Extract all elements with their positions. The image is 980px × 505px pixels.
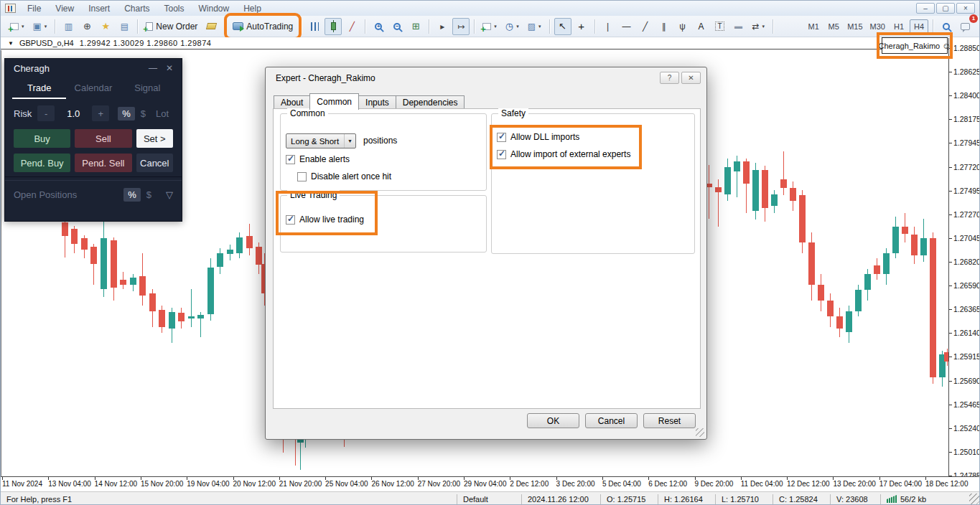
horizontal-line-button[interactable]: — xyxy=(618,18,635,35)
timeframe-h4-button[interactable]: H4 xyxy=(910,19,928,34)
status-bar-time: 2024.11.26 12:00 xyxy=(521,494,600,504)
chart-tab[interactable]: ▼ GBPUSD_o,H4 1.29942 1.30029 1.29860 1.… xyxy=(1,37,948,49)
tab-signal[interactable]: Signal xyxy=(121,77,174,99)
cancel-button[interactable]: Cancel xyxy=(136,154,174,172)
vertical-line-button[interactable]: | xyxy=(599,18,617,35)
text-label-button[interactable]: T xyxy=(711,18,729,35)
dropdown-caret-icon[interactable]: ▾ xyxy=(516,24,519,29)
resize-grip[interactable] xyxy=(969,494,979,505)
checkbox-enable-alerts[interactable]: Enable alerts xyxy=(286,154,350,164)
arrows-button[interactable]: ⇄▾ xyxy=(749,18,769,35)
data-window-button[interactable]: ▤ xyxy=(116,18,133,35)
fibonacci-button[interactable]: ψ xyxy=(674,18,691,35)
autotrading-label: AutoTrading xyxy=(246,22,293,32)
checkbox-disable-alert-once-hit[interactable]: Disable alert once hit xyxy=(297,171,391,181)
menu-insert[interactable]: Insert xyxy=(81,2,117,15)
menu-help[interactable]: Help xyxy=(236,2,269,15)
minimize-icon[interactable]: – xyxy=(916,3,935,14)
search-button[interactable] xyxy=(938,18,955,35)
tab-about[interactable]: About xyxy=(274,95,310,109)
shapes-button[interactable]: ▬ xyxy=(730,18,747,35)
dropdown-caret-icon[interactable]: ▾ xyxy=(762,24,765,29)
pending-sell-button[interactable]: Pend. Sell xyxy=(75,154,131,172)
menu-window[interactable]: Window xyxy=(192,2,237,15)
tab-inputs[interactable]: Inputs xyxy=(358,95,396,109)
menu-file[interactable]: File xyxy=(20,2,48,15)
trendline-button[interactable]: ╱ xyxy=(637,18,654,35)
buy-button[interactable]: Buy xyxy=(14,129,70,148)
dropdown-caret-icon[interactable]: ▾ xyxy=(538,24,541,29)
timeframe-m15-button[interactable]: M15 xyxy=(844,19,865,34)
set-button[interactable]: Set > xyxy=(136,129,174,148)
line-chart-button[interactable]: ╱ xyxy=(343,18,360,35)
zoom-out-button[interactable]: − xyxy=(388,18,406,35)
bar-chart-button[interactable] xyxy=(306,18,323,35)
crosshair-button[interactable]: + xyxy=(573,18,590,35)
menu-tools[interactable]: Tools xyxy=(157,2,192,15)
checkbox-allow-live-trading[interactable]: Allow live trading xyxy=(286,214,364,225)
dropdown-caret-icon[interactable]: ▾ xyxy=(22,24,24,29)
menu-view[interactable]: View xyxy=(48,2,81,15)
help-icon[interactable]: ? xyxy=(660,72,679,84)
timeframe-m30-button[interactable]: M30 xyxy=(867,19,888,34)
dropdown-caret-icon[interactable]: ▾ xyxy=(45,24,47,29)
zoom-in-button[interactable]: + xyxy=(370,18,387,35)
timeframe-m1-button[interactable]: M1 xyxy=(804,19,823,34)
unit-dollar-button[interactable]: $ xyxy=(136,107,150,121)
autotrading-button[interactable]: AutoTrading xyxy=(229,18,297,35)
cancel-button[interactable]: Cancel xyxy=(585,413,638,428)
price-tick xyxy=(949,333,952,334)
close-icon[interactable]: ✕ xyxy=(681,72,701,84)
equidistant-channel-button[interactable]: ∥ xyxy=(655,18,673,35)
ok-button[interactable]: OK xyxy=(527,413,579,428)
close-icon[interactable]: ✕ xyxy=(166,63,173,73)
resize-grip[interactable] xyxy=(696,428,704,437)
indicators-button[interactable]: ▾ xyxy=(479,18,500,35)
op-percent-button[interactable]: % xyxy=(123,188,141,202)
expert-advisors-button[interactable] xyxy=(202,18,220,35)
tab-calendar[interactable]: Calendar xyxy=(66,77,120,99)
checkbox-allow-dll-imports[interactable]: Allow DLL imports xyxy=(497,132,579,142)
risk-minus-button[interactable]: - xyxy=(37,105,55,121)
restore-icon[interactable]: ▢ xyxy=(936,3,955,14)
new-chart-button[interactable]: ▾ xyxy=(6,18,28,35)
sell-button[interactable]: Sell xyxy=(75,129,131,148)
tile-windows-button[interactable]: ⊞ xyxy=(407,18,424,35)
new-order-button[interactable]: New Order xyxy=(142,18,201,35)
pending-buy-button[interactable]: Pend. Buy xyxy=(14,154,70,172)
menu-charts[interactable]: Charts xyxy=(117,2,157,15)
close-icon[interactable]: × xyxy=(956,3,975,14)
positions-dropdown[interactable]: Long & Short ▼ xyxy=(286,133,356,148)
risk-plus-button[interactable]: + xyxy=(92,105,109,121)
chart-shift-button[interactable]: ↦ xyxy=(452,18,470,35)
candlestick-chart-button[interactable] xyxy=(325,18,342,35)
timeframe-m5-button[interactable]: M5 xyxy=(824,19,843,34)
unit-percent-button[interactable]: % xyxy=(118,107,135,121)
favorites-button[interactable]: ★ xyxy=(97,18,114,35)
periods-button[interactable]: ◷▾ xyxy=(502,18,523,35)
cursor-button[interactable]: ↖ xyxy=(554,18,571,35)
navigator-button[interactable]: ⊕ xyxy=(78,18,95,35)
price-axis[interactable]: 1.288501.286251.284001.281751.279451.277… xyxy=(948,38,980,476)
chart-symbol: GBPUSD_o,H4 xyxy=(19,39,74,47)
dropdown-caret-icon[interactable]: ▾ xyxy=(494,24,497,29)
time-axis[interactable]: 11 Nov 202413 Nov 04:0014 Nov 12:0015 No… xyxy=(1,476,980,491)
profiles-button[interactable]: ▣▾ xyxy=(29,18,51,35)
tab-common[interactable]: Common xyxy=(309,93,359,110)
auto-scroll-button[interactable]: ▸ xyxy=(434,18,451,35)
op-dollar-button[interactable]: $ xyxy=(142,188,156,202)
chat-button[interactable]: 1 xyxy=(956,18,974,35)
minimize-icon[interactable]: — xyxy=(149,63,157,73)
status-profile[interactable]: Default xyxy=(457,494,521,504)
tab-trade[interactable]: Trade xyxy=(12,77,66,99)
tab-dependencies[interactable]: Dependencies xyxy=(396,95,465,109)
timeframe-h1-button[interactable]: H1 xyxy=(890,19,908,34)
unit-lot-button[interactable]: Lot xyxy=(151,107,173,121)
text-button[interactable]: A xyxy=(693,18,710,35)
templates-button[interactable]: ▨▾ xyxy=(524,18,545,35)
filter-triangle-icon[interactable]: ▽ xyxy=(166,189,173,200)
risk-value[interactable]: 1.0 xyxy=(59,108,88,119)
market-watch-button[interactable]: ▥ xyxy=(60,18,77,35)
checkbox-allow-import-external-experts[interactable]: Allow import of external experts xyxy=(497,149,630,159)
reset-button[interactable]: Reset xyxy=(643,413,696,428)
